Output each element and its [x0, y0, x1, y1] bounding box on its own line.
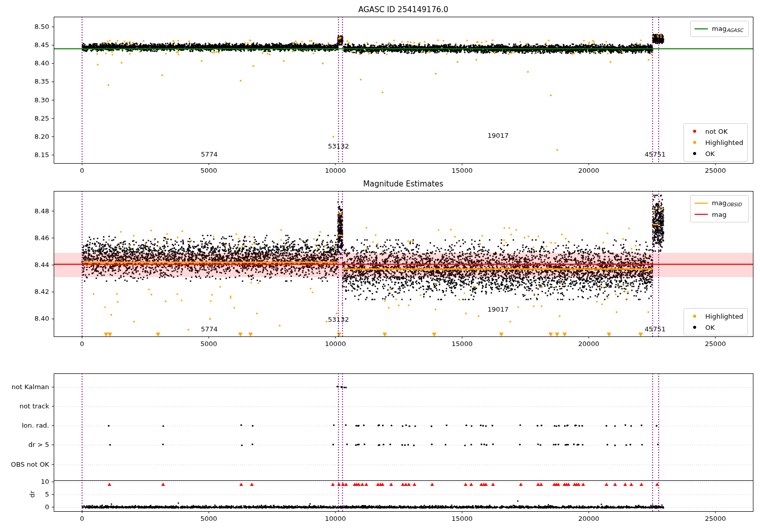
figure-canvas: [0, 0, 760, 532]
figure: AGASC ID 254149176.0 Magnitude Estimates…: [0, 0, 760, 532]
